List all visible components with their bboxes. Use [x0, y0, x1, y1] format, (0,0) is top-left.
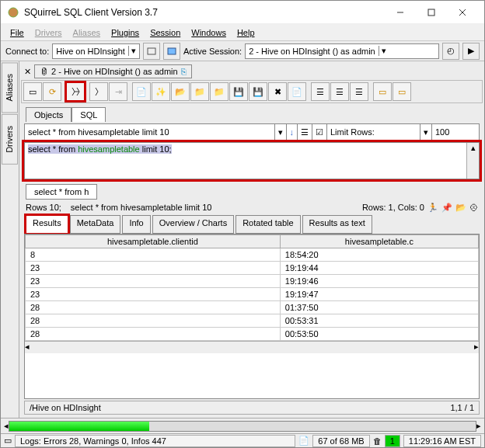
tool-db1[interactable]: ☰	[311, 82, 330, 101]
grid-h-scrollbar[interactable]: ◂▸	[25, 341, 479, 353]
tool-doc[interactable]: 📄	[288, 82, 306, 101]
gc-icon[interactable]: 🗑	[373, 436, 382, 446]
minimize-button[interactable]	[385, 2, 416, 23]
menu-file[interactable]: File	[5, 26, 29, 39]
table-cell[interactable]: 19:19:46	[280, 275, 478, 288]
connect-button-1[interactable]	[143, 43, 160, 60]
objects-sql-tabs: Objects SQL	[21, 103, 483, 122]
tool-new[interactable]: 📄	[132, 82, 151, 101]
table-cell[interactable]: 00:53:31	[280, 314, 478, 328]
memory-track[interactable]	[9, 421, 476, 432]
table-cell[interactable]: 28	[26, 314, 281, 328]
table-row[interactable]: 2801:37:50	[26, 301, 479, 314]
tool-open[interactable]: 📂	[171, 82, 190, 101]
query-history-value: select * from hivesampletable limit 10	[28, 127, 169, 137]
table-cell[interactable]: 19:19:44	[280, 262, 478, 275]
link-icon: ⎘	[181, 67, 187, 76]
table-row[interactable]: 2319:19:47	[26, 288, 479, 301]
query-history-combo[interactable]: select * from hivesampletable limit 10	[25, 124, 275, 140]
run-all-button[interactable]	[89, 82, 108, 101]
menu-session[interactable]: Session	[145, 26, 185, 39]
subtab-metadata[interactable]: MetaData	[70, 215, 121, 234]
rows-cols-summary: Rows: 1, Cols: 0	[362, 203, 424, 212]
column-header[interactable]: hivesampletable.clientid	[26, 235, 281, 248]
result-tab[interactable]: select * from h	[26, 184, 97, 200]
toolbar-extra-2[interactable]: ▶	[462, 43, 480, 60]
pin-icon[interactable]: 📌	[441, 203, 452, 213]
table-row[interactable]: 2800:53:50	[26, 328, 479, 341]
rerun-icon[interactable]: 🏃	[427, 203, 438, 213]
table-cell[interactable]: 00:53:50	[280, 328, 478, 341]
tool-btn-1[interactable]: ▭	[23, 82, 42, 101]
close-session-icon[interactable]: ✕	[24, 67, 31, 77]
limit-checkbox[interactable]: ☑	[312, 124, 327, 140]
subtab-astext[interactable]: Results as text	[302, 215, 372, 234]
detach-icon[interactable]: 📂	[455, 203, 466, 213]
table-cell[interactable]: 18:54:20	[280, 248, 478, 262]
table-cell[interactable]: 23	[26, 275, 281, 288]
subtab-overview[interactable]: Overview / Charts	[152, 215, 234, 234]
table-row[interactable]: 2319:19:46	[26, 275, 479, 288]
tool-y2[interactable]: ▭	[393, 82, 411, 101]
run-sql-button[interactable]	[66, 82, 85, 101]
close-button[interactable]	[447, 2, 478, 23]
tool-folder2[interactable]: 📁	[210, 82, 229, 101]
limit-dropdown[interactable]: ▾	[420, 124, 432, 140]
toolbar-extra-1[interactable]: ◴	[442, 43, 459, 60]
menu-plugins[interactable]: Plugins	[106, 26, 144, 39]
column-header[interactable]: hivesampletable.c	[280, 235, 478, 248]
scroll-right-icon[interactable]: ▸	[476, 421, 481, 431]
chevron-down-icon: ▾	[379, 46, 386, 56]
active-session-value: 2 - Hive on HDInsight () as admin	[249, 47, 375, 56]
tool-db2[interactable]: ☰	[330, 82, 349, 101]
active-session-combo[interactable]: 2 - Hive on HDInsight () as admin ▾	[245, 43, 439, 59]
results-grid[interactable]: hivesampletable.clientidhivesampletable.…	[24, 234, 480, 399]
table-cell[interactable]: 28	[26, 301, 281, 314]
subtab-results[interactable]: Results	[26, 215, 68, 234]
sidetab-drivers[interactable]: Drivers	[2, 114, 18, 165]
tool-wizard[interactable]: ✨	[152, 82, 170, 101]
filter-button[interactable]: ☰	[298, 124, 312, 140]
tab-objects[interactable]: Objects	[26, 107, 72, 122]
tool-folder[interactable]: 📁	[190, 82, 209, 101]
tool-delete[interactable]: ✖	[268, 82, 287, 101]
logs-cell[interactable]: Logs: Errors 28, Warnings 0, Infos 447	[15, 435, 295, 447]
tool-db3[interactable]: ☰	[350, 82, 368, 101]
tool-save[interactable]: 💾	[229, 82, 248, 101]
memory-thumb	[9, 422, 149, 431]
chevron-down-icon: ▾	[128, 46, 136, 56]
menu-windows[interactable]: Windows	[187, 26, 231, 39]
tool-saveall[interactable]: 💾	[249, 82, 267, 101]
limit-value-input[interactable]	[432, 124, 479, 140]
subtab-info[interactable]: Info	[122, 215, 150, 234]
tool-y1[interactable]: ▭	[373, 82, 392, 101]
table-row[interactable]: 818:54:20	[26, 248, 479, 262]
editor-scrollbar[interactable]: ▴	[466, 143, 479, 179]
close-result-icon[interactable]: ⮾	[469, 203, 478, 212]
menu-aliases[interactable]: Aliases	[68, 26, 105, 39]
table-cell[interactable]: 28	[26, 328, 281, 341]
table-row[interactable]: 2800:53:31	[26, 314, 479, 328]
table-row[interactable]: 2319:19:44	[26, 262, 479, 275]
session-tab[interactable]: 🛢 2 - Hive on HDInsight () as admin ⎘	[34, 64, 192, 78]
query-history-dropdown[interactable]: ▾	[275, 124, 287, 140]
menu-drivers[interactable]: Drivers	[30, 26, 67, 39]
tab-sql[interactable]: SQL	[72, 107, 106, 122]
sidetab-aliases[interactable]: Aliases	[2, 62, 18, 113]
sort-button[interactable]: ↓	[287, 124, 298, 140]
sql-editor[interactable]: select * from hivesampletable limit 10; …	[24, 142, 480, 179]
connect-combo[interactable]: Hive on HDInsight ▾	[52, 43, 140, 59]
table-cell[interactable]: 23	[26, 262, 281, 275]
active-session-label: Active Session:	[183, 47, 242, 56]
log-action-icon[interactable]: 📄	[298, 436, 309, 446]
tool-btn-4[interactable]: ⇥	[109, 82, 127, 101]
connect-button-2[interactable]	[163, 43, 180, 60]
maximize-button[interactable]	[416, 2, 447, 23]
table-cell[interactable]: 23	[26, 288, 281, 301]
table-cell[interactable]: 01:37:50	[280, 301, 478, 314]
tool-refresh[interactable]: ⟳	[43, 82, 61, 101]
menu-help[interactable]: Help	[232, 26, 260, 39]
table-cell[interactable]: 19:19:47	[280, 288, 478, 301]
subtab-rotated[interactable]: Rotated table	[236, 215, 300, 234]
table-cell[interactable]: 8	[26, 248, 281, 262]
